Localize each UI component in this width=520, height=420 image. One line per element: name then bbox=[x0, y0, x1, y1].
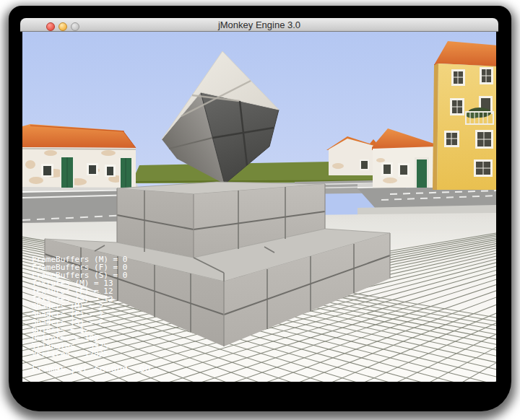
fps-counter: Frames per second: 60 bbox=[32, 363, 150, 374]
desktop-background: jMonkey Engine 3.0 bbox=[0, 0, 520, 420]
app-window: jMonkey Engine 3.0 bbox=[20, 18, 498, 383]
title-bar[interactable]: jMonkey Engine 3.0 bbox=[20, 18, 498, 32]
window-title: jMonkey Engine 3.0 bbox=[20, 19, 498, 30]
left-house bbox=[22, 124, 136, 188]
3d-viewport[interactable]: FrameBuffers (M) = 0 FrameBuffers (F) = … bbox=[22, 32, 496, 382]
stats-hud: FrameBuffers (M) = 0 FrameBuffers (F) = … bbox=[32, 256, 127, 359]
yellow-building bbox=[433, 41, 496, 190]
